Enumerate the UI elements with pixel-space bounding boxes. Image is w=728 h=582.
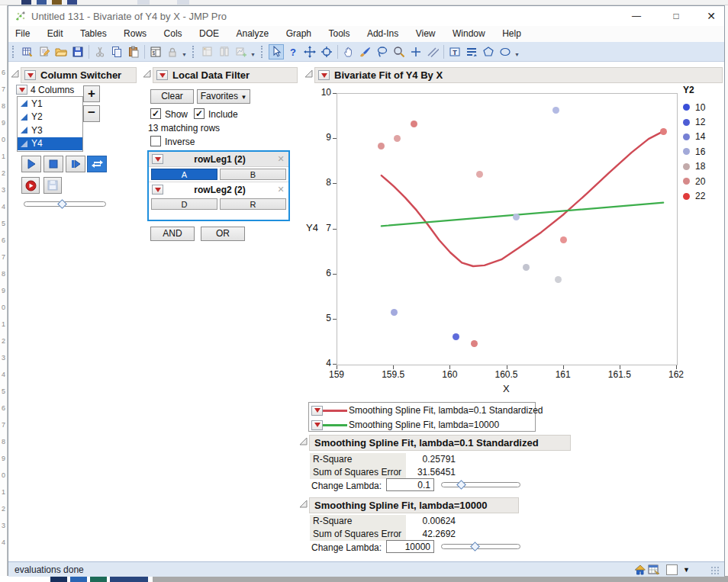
loop-button[interactable] bbox=[87, 156, 107, 172]
window-state-checkbox[interactable] bbox=[666, 564, 678, 575]
home-window-icon[interactable] bbox=[634, 564, 646, 576]
data-point[interactable] bbox=[471, 340, 478, 347]
slider-thumb[interactable] bbox=[470, 542, 480, 551]
red-triangle-menu-icon[interactable] bbox=[311, 420, 323, 430]
selection-target-icon[interactable] bbox=[319, 44, 334, 59]
include-checkbox[interactable]: ✓ bbox=[194, 108, 205, 119]
oval-annotation-icon[interactable] bbox=[498, 44, 513, 59]
legend-entry[interactable]: 16 bbox=[683, 144, 723, 159]
legend-entry[interactable]: 22 bbox=[683, 188, 723, 203]
menu-tables[interactable]: Tables bbox=[73, 26, 114, 42]
column-item-y2[interactable]: Y2 bbox=[18, 111, 82, 124]
legend-entry[interactable]: 14 bbox=[683, 130, 723, 144]
legend-entry[interactable]: 18 bbox=[683, 159, 723, 174]
filter-option-b[interactable]: B bbox=[220, 169, 286, 180]
slider-thumb[interactable] bbox=[57, 199, 67, 209]
crosshair-icon[interactable] bbox=[408, 44, 424, 59]
data-table-window-icon[interactable] bbox=[648, 564, 660, 576]
data-table-view-icon[interactable]: $ bbox=[148, 44, 163, 59]
legend-entry[interactable]: 20 bbox=[683, 174, 723, 188]
grabber-hand-icon[interactable] bbox=[341, 44, 356, 59]
data-point[interactable] bbox=[513, 214, 520, 220]
toolbar-overflow-icon[interactable]: ▼ bbox=[250, 52, 256, 57]
filter-option-r[interactable]: R bbox=[220, 198, 286, 210]
toolbar-overflow-icon[interactable]: ▼ bbox=[514, 52, 520, 57]
maximize-button[interactable]: □ bbox=[660, 6, 692, 26]
red-triangle-menu-icon[interactable] bbox=[24, 70, 36, 80]
red-triangle-menu-icon[interactable] bbox=[152, 154, 163, 164]
close-icon[interactable]: ✕ bbox=[276, 185, 285, 195]
menu-tools[interactable]: Tools bbox=[321, 26, 356, 42]
collapse-triangle-bivariate[interactable] bbox=[304, 69, 313, 78]
lambda-slider-2[interactable] bbox=[441, 544, 520, 549]
title-bar[interactable]: Untitled 131 - Bivariate of Y4 by X - JM… bbox=[8, 6, 724, 26]
lambda-slider-1[interactable] bbox=[441, 482, 520, 487]
menu-help[interactable]: Help bbox=[495, 26, 528, 42]
add-column-button[interactable]: + bbox=[83, 85, 100, 102]
minimize-button[interactable]: — bbox=[620, 6, 652, 26]
collapse-triangle-data-filter[interactable] bbox=[143, 69, 151, 78]
save-icon[interactable] bbox=[70, 44, 85, 59]
column-item-y3[interactable]: Y3 bbox=[18, 124, 82, 137]
remove-column-button[interactable]: − bbox=[83, 105, 100, 122]
text-annotation-icon[interactable]: T bbox=[447, 44, 462, 59]
data-point[interactable] bbox=[560, 236, 567, 243]
cut-icon[interactable] bbox=[92, 44, 108, 59]
resize-grip[interactable] bbox=[710, 566, 720, 575]
menu-file[interactable]: File bbox=[8, 26, 37, 42]
spline-fit-curve-red[interactable] bbox=[382, 131, 663, 266]
close-icon[interactable]: ✕ bbox=[276, 154, 285, 164]
menu-cols[interactable]: Cols bbox=[157, 26, 189, 42]
legend-entry[interactable]: 12 bbox=[683, 114, 723, 129]
magnifier-icon[interactable] bbox=[391, 44, 407, 59]
move-icon[interactable] bbox=[302, 44, 317, 59]
slider-thumb[interactable] bbox=[456, 480, 466, 490]
annotate-pen-icon[interactable] bbox=[425, 44, 440, 59]
scatter-plot[interactable] bbox=[337, 93, 678, 365]
red-triangle-menu-icon[interactable] bbox=[318, 70, 330, 80]
filter-option-a-selected[interactable]: A bbox=[151, 169, 217, 180]
menu-addins[interactable]: Add-Ins bbox=[360, 26, 405, 42]
show-checkbox[interactable]: ✓ bbox=[150, 108, 161, 119]
step-button[interactable] bbox=[66, 156, 85, 172]
toolbar-overflow-icon[interactable]: ▼ bbox=[182, 52, 187, 57]
collapse-triangle-fit2[interactable] bbox=[299, 500, 308, 508]
toolbar-group-handle[interactable] bbox=[12, 46, 16, 58]
close-button[interactable]: ✕ bbox=[695, 6, 727, 26]
data-point[interactable] bbox=[660, 128, 667, 135]
lambda-input[interactable]: 10000 bbox=[386, 540, 434, 553]
lock-icon[interactable] bbox=[165, 44, 180, 59]
data-point[interactable] bbox=[523, 264, 530, 271]
menu-rows[interactable]: Rows bbox=[117, 26, 153, 42]
legend-entry[interactable]: 10 bbox=[683, 100, 723, 114]
red-triangle-menu-icon[interactable] bbox=[16, 85, 27, 95]
record-button[interactable] bbox=[21, 177, 40, 194]
arrow-cursor-icon[interactable] bbox=[269, 44, 284, 59]
help-icon[interactable]: ? bbox=[285, 44, 301, 59]
polygon-annotation-icon[interactable] bbox=[481, 44, 496, 59]
filter-option-d[interactable]: D bbox=[151, 198, 217, 210]
red-triangle-menu-icon[interactable] bbox=[311, 406, 323, 416]
spline-fit-line-green[interactable] bbox=[382, 203, 663, 227]
switcher-speed-slider[interactable] bbox=[24, 201, 106, 207]
toolbar-group-handle[interactable] bbox=[192, 46, 196, 58]
or-button[interactable]: OR bbox=[201, 227, 245, 241]
and-button[interactable]: AND bbox=[150, 227, 195, 241]
data-point[interactable] bbox=[555, 276, 562, 283]
red-triangle-menu-icon[interactable] bbox=[152, 185, 163, 195]
menu-view[interactable]: View bbox=[409, 26, 443, 42]
column-item-y1[interactable]: Y1 bbox=[18, 97, 82, 111]
column-item-y4-selected[interactable]: Y4 bbox=[18, 137, 82, 151]
inverse-checkbox[interactable] bbox=[150, 136, 161, 146]
menu-analyze[interactable]: Analyze bbox=[229, 26, 275, 42]
lambda-input[interactable]: 0.1 bbox=[386, 478, 434, 491]
new-journal-icon[interactable] bbox=[37, 44, 52, 59]
brush-icon[interactable] bbox=[358, 44, 373, 59]
menu-doe[interactable]: DOE bbox=[192, 26, 226, 42]
favorites-dropdown[interactable]: Favorites ▼ bbox=[197, 89, 250, 104]
play-button[interactable] bbox=[21, 156, 41, 172]
menu-edit[interactable]: Edit bbox=[40, 26, 70, 42]
collapse-triangle-fit1[interactable] bbox=[299, 437, 308, 445]
paste-icon[interactable] bbox=[126, 44, 141, 59]
copy-icon[interactable] bbox=[109, 44, 124, 59]
